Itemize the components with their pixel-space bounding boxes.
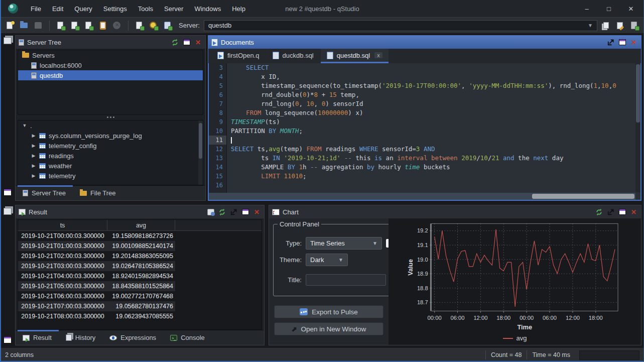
menu-help[interactable]: Help: [226, 3, 251, 15]
chevron-collapsed-icon[interactable]: ▶: [31, 133, 36, 138]
minimize-button[interactable]: –: [583, 5, 590, 13]
tree-item-table[interactable]: ▶weather: [18, 161, 203, 171]
doc-tab-questdb-sql[interactable]: questdb.sqlx: [321, 49, 389, 63]
popout-icon[interactable]: [229, 208, 238, 216]
open-file-icon[interactable]: [19, 21, 29, 31]
menu-windows[interactable]: Windows: [189, 3, 226, 15]
column-header-avg[interactable]: avg: [107, 220, 175, 230]
code-line[interactable]: LIMIT 11010;: [231, 172, 640, 181]
code-line[interactable]: timestamp_sequence(to_timestamp('2019-10…: [231, 81, 640, 90]
table-row[interactable]: 2019-10-21T02:00:03.30000019.20148386305…: [18, 251, 262, 261]
table-row[interactable]: 2019-10-21T03:00:03.30000019.02647810538…: [18, 261, 262, 271]
tab-result[interactable]: Result: [18, 330, 59, 345]
tab-server-tree[interactable]: Server Tree: [18, 185, 73, 200]
refresh-icon[interactable]: [171, 39, 179, 46]
add-server-icon[interactable]: [629, 21, 639, 31]
dock-pages-icon[interactable]: [4, 208, 12, 215]
table-row[interactable]: 2019-10-21T00:00:03.30000019.15809818627…: [18, 231, 262, 241]
tab-file-tree[interactable]: File Tree: [75, 185, 123, 200]
code-line[interactable]: SAMPLE BY 1h -- aggregation by hourly ti…: [231, 163, 640, 172]
tree-item-table[interactable]: ▶telemetry_config: [18, 141, 203, 151]
tab-history[interactable]: History: [61, 330, 102, 345]
execute-selection-icon[interactable]: [84, 21, 94, 31]
tree-item-namespace-root[interactable]: ▼.: [18, 120, 203, 131]
code-line[interactable]: TIMESTAMP(ts): [231, 117, 640, 127]
tree-item-table[interactable]: ▶readings: [18, 151, 203, 161]
table-row[interactable]: 2019-10-21T04:00:03.30000018.92401598289…: [18, 271, 262, 281]
clipboard-icon[interactable]: [98, 21, 108, 31]
export-to-pulse-button[interactable]: Export to Pulse: [274, 305, 383, 318]
code-line[interactable]: rnd_double(0)*8 + 15 temp,: [231, 90, 640, 99]
open-in-new-window-button[interactable]: ⬈ Open in New Window: [274, 322, 383, 335]
tree-item-servers-root[interactable]: Servers: [18, 50, 203, 60]
new-document-icon[interactable]: [5, 21, 15, 31]
tree-item-server[interactable]: questdb: [18, 70, 203, 80]
code-line[interactable]: ts IN '2019-10-21;1d' -- this is an inte…: [231, 154, 640, 163]
code-editor[interactable]: 345678910111213141516 SELECT x ID, times…: [208, 63, 641, 200]
popout-icon[interactable]: [606, 39, 615, 46]
dock-window-icon[interactable]: [4, 189, 12, 196]
table-row[interactable]: 2019-10-21T05:00:03.30000018.84358810152…: [18, 281, 262, 291]
dock-window-icon[interactable]: [4, 336, 12, 343]
export-browser-icon[interactable]: [206, 208, 215, 216]
menu-settings[interactable]: Settings: [98, 3, 133, 15]
chevron-collapsed-icon[interactable]: ▶: [31, 143, 36, 148]
send-query-icon[interactable]: [135, 21, 145, 31]
execute-query-icon[interactable]: [56, 21, 66, 31]
maximize-panel-icon[interactable]: [618, 39, 626, 46]
tree-item-table[interactable]: ▶sys.column_versions_purge_log: [18, 131, 203, 141]
table-row[interactable]: 2019-10-21T08:00:03.30000019.06239437085…: [18, 311, 262, 321]
refresh-icon[interactable]: [595, 208, 603, 216]
chevron-collapsed-icon[interactable]: ▶: [31, 153, 36, 158]
code-area[interactable]: SELECT x ID, timestamp_sequence(to_times…: [227, 63, 640, 200]
code-line[interactable]: SELECT ts,avg(temp) FROM readings WHERE …: [231, 145, 640, 154]
edit-server-icon[interactable]: [615, 21, 625, 31]
chart-theme-select[interactable]: Dark ▼: [306, 254, 348, 266]
close-panel-icon[interactable]: ✕: [194, 39, 202, 46]
code-line[interactable]: [231, 136, 640, 145]
tab-expressions[interactable]: Expressions: [104, 330, 163, 345]
table-row[interactable]: 2019-10-21T06:00:03.30000019.00277217076…: [18, 291, 262, 301]
chevron-expanded-icon[interactable]: ▼: [22, 123, 27, 128]
chevron-collapsed-icon[interactable]: ▶: [31, 163, 36, 168]
execute-line-icon[interactable]: [70, 21, 80, 31]
editor-vertical-scrollbar[interactable]: [635, 63, 640, 192]
menu-query[interactable]: Query: [69, 3, 97, 15]
code-line[interactable]: PARTITION BY MONTH;: [231, 127, 640, 136]
close-panel-icon[interactable]: ✕: [629, 39, 638, 46]
refresh-icon[interactable]: [218, 208, 226, 216]
tab-console[interactable]: >_Console: [165, 330, 212, 345]
code-line[interactable]: [231, 181, 640, 190]
maximize-button[interactable]: □: [605, 5, 612, 13]
code-line[interactable]: rnd_long(0, 10, 0) sensorId: [231, 99, 640, 108]
save-icon[interactable]: [33, 21, 43, 31]
close-tab-icon[interactable]: x: [374, 52, 382, 58]
dock-pages-icon[interactable]: [4, 37, 12, 44]
run-script-icon[interactable]: [163, 21, 173, 31]
chart-type-select[interactable]: Time Series ▼: [306, 237, 382, 250]
maximize-panel-icon[interactable]: [618, 208, 626, 216]
schedule-query-icon[interactable]: [149, 21, 159, 31]
code-line[interactable]: FROM long_sequence(10000000) x): [231, 108, 640, 117]
editor-horizontal-scrollbar[interactable]: [209, 193, 635, 200]
table-row[interactable]: 2019-10-21T07:00:03.30000019.05682780137…: [18, 301, 262, 311]
column-header-ts[interactable]: ts: [18, 220, 107, 230]
close-panel-icon[interactable]: ✕: [252, 208, 261, 216]
server-select[interactable]: questdb ▼: [204, 20, 597, 31]
close-button[interactable]: ✕: [627, 5, 634, 13]
menu-server[interactable]: Server: [159, 3, 189, 15]
menu-edit[interactable]: Edit: [47, 3, 69, 15]
copy-server-icon[interactable]: [601, 21, 611, 31]
code-line[interactable]: SELECT: [231, 63, 640, 72]
chevron-collapsed-icon[interactable]: ▶: [31, 173, 36, 178]
popout-icon[interactable]: [606, 208, 615, 216]
menu-tools[interactable]: Tools: [133, 3, 159, 15]
table-row[interactable]: 2019-10-21T01:00:03.30000019.00109885214…: [18, 241, 262, 251]
tree-item-table[interactable]: ▶telemetry: [18, 171, 203, 181]
chart-title-input[interactable]: [306, 274, 386, 286]
tree-splitter[interactable]: [16, 115, 205, 119]
doc-tab-duckdb-sql[interactable]: duckdb.sql: [267, 49, 320, 63]
maximize-panel-icon[interactable]: [182, 39, 191, 46]
tree-item-server[interactable]: localhost:6000: [18, 60, 203, 70]
menu-file[interactable]: File: [25, 3, 47, 15]
